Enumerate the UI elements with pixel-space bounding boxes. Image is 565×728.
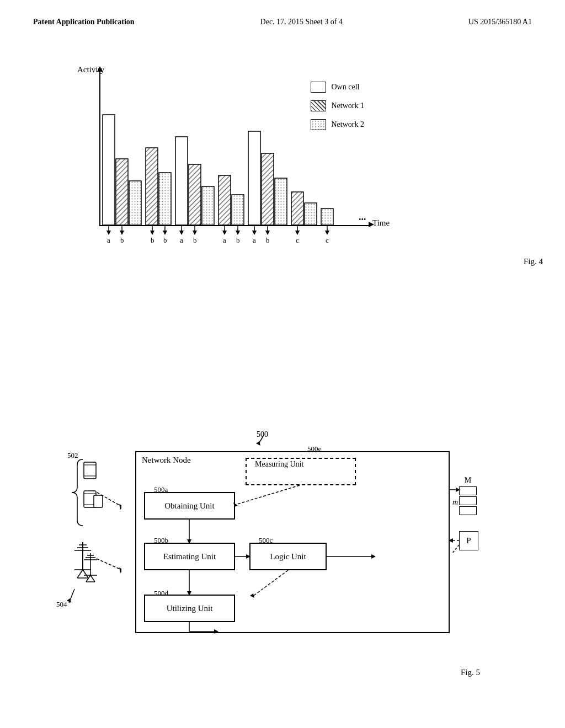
- logic-box: Logic Unit: [249, 543, 327, 570]
- svg-marker-63: [250, 593, 254, 598]
- svg-rect-8: [218, 175, 231, 225]
- svg-line-62: [252, 570, 288, 597]
- svg-marker-52: [325, 231, 329, 235]
- svg-line-96: [97, 559, 121, 570]
- m-box-3: [459, 506, 477, 515]
- svg-marker-31: [179, 231, 184, 235]
- legend-own-cell: Own cell: [311, 82, 365, 93]
- m-label-side: m: [452, 498, 458, 507]
- svg-rect-14: [305, 203, 317, 225]
- svg-text:a: a: [180, 236, 183, 244]
- svg-text:b: b: [163, 236, 167, 244]
- svg-rect-11: [262, 153, 274, 225]
- svg-text:a: a: [107, 236, 110, 244]
- arrow-504: [61, 586, 83, 608]
- label-502: 502: [67, 451, 78, 460]
- legend-network2: Network 2: [311, 119, 365, 130]
- fig5-caption: Fig. 5: [461, 668, 480, 677]
- header-left: Patent Application Publication: [33, 18, 135, 26]
- svg-rect-15: [321, 208, 333, 225]
- arrow-500: [243, 432, 276, 449]
- figure5-section: 500 Network Node 500e Measuring Unit 500…: [33, 440, 565, 650]
- m-box-container: M: [459, 476, 477, 515]
- svg-text:b: b: [193, 236, 197, 244]
- svg-marker-22: [120, 231, 124, 235]
- svg-marker-49: [295, 231, 300, 235]
- network-node-box: Network Node 500e Measuring Unit 500a Ob…: [135, 451, 450, 633]
- svg-text:b: b: [266, 236, 270, 244]
- measuring-box: Measuring Unit: [246, 458, 356, 485]
- svg-text:a: a: [253, 236, 256, 244]
- svg-marker-40: [236, 231, 240, 235]
- svg-text:a: a: [223, 236, 226, 244]
- chart-area: Activity Time ...: [66, 71, 375, 236]
- svg-line-92: [90, 575, 95, 582]
- figure4-container: Activity Time ...: [66, 71, 532, 236]
- node-title: Network Node: [142, 456, 191, 465]
- svg-line-104: [452, 545, 459, 553]
- legend-box-net1: [311, 100, 326, 111]
- svg-marker-46: [265, 231, 270, 235]
- svg-rect-3: [146, 148, 158, 225]
- svg-rect-9: [232, 195, 244, 225]
- svg-rect-0: [103, 115, 115, 225]
- svg-text:c: c: [296, 236, 299, 244]
- svg-rect-1: [116, 159, 128, 225]
- svg-marker-37: [222, 231, 227, 235]
- figure4-section: Activity Time ...: [0, 71, 565, 236]
- svg-marker-19: [106, 231, 111, 235]
- legend-own-label: Own cell: [332, 83, 360, 92]
- obtaining-title: Obtaining Unit: [164, 501, 214, 511]
- svg-marker-97: [119, 568, 121, 573]
- svg-rect-4: [159, 173, 171, 225]
- svg-marker-43: [252, 231, 257, 235]
- svg-rect-2: [129, 181, 141, 225]
- legend-box-net2: [311, 119, 326, 130]
- svg-rect-10: [248, 131, 260, 225]
- svg-marker-70: [214, 629, 218, 634]
- legend-box-own: [311, 82, 326, 93]
- svg-line-84: [83, 570, 88, 578]
- estimating-title: Estimating Unit: [163, 552, 216, 561]
- svg-text:c: c: [326, 236, 329, 244]
- left-devices: 502: [50, 451, 121, 608]
- svg-text:b: b: [120, 236, 124, 244]
- svg-line-83: [77, 570, 83, 578]
- legend-network1: Network 1: [311, 100, 365, 111]
- legend-net2-label: Network 2: [332, 120, 365, 129]
- estimating-box: Estimating Unit: [144, 543, 235, 570]
- svg-rect-7: [202, 186, 214, 225]
- obtaining-box: Obtaining Unit: [144, 492, 235, 520]
- svg-line-64: [236, 485, 300, 505]
- svg-marker-67: [371, 554, 376, 559]
- x-ticks: a b b b a b: [100, 226, 365, 256]
- fig4-caption: Fig. 4: [524, 257, 543, 266]
- p-box-container: P: [459, 531, 478, 550]
- legend-net1-label: Network 1: [332, 101, 365, 110]
- device-icons: [50, 451, 121, 606]
- x-axis-label: Time: [372, 218, 390, 228]
- svg-rect-12: [275, 178, 287, 225]
- svg-rect-13: [291, 192, 303, 225]
- measuring-title: Measuring Unit: [247, 452, 312, 477]
- svg-rect-77: [94, 495, 103, 507]
- m-box-1: [459, 486, 477, 495]
- svg-marker-34: [193, 231, 197, 235]
- p-label: P: [466, 536, 471, 545]
- m-box-2: [459, 496, 477, 505]
- figure5-container: 500 Network Node 500e Measuring Unit 500…: [50, 440, 535, 650]
- svg-marker-25: [150, 231, 154, 235]
- p-box: P: [459, 531, 478, 550]
- svg-marker-28: [163, 231, 167, 235]
- svg-marker-95: [119, 504, 121, 510]
- chart-legend: Own cell Network 1 Network 2: [311, 82, 365, 130]
- svg-rect-5: [175, 137, 188, 225]
- svg-rect-6: [189, 164, 201, 225]
- m-label: M: [459, 476, 477, 485]
- utilizing-box: Utilizing Unit: [144, 595, 235, 622]
- header-right: US 2015/365180 A1: [468, 18, 532, 26]
- svg-text:b: b: [236, 236, 240, 244]
- svg-text:b: b: [151, 236, 154, 244]
- utilizing-title: Utilizing Unit: [167, 604, 213, 613]
- header-center: Dec. 17, 2015 Sheet 3 of 4: [260, 18, 343, 26]
